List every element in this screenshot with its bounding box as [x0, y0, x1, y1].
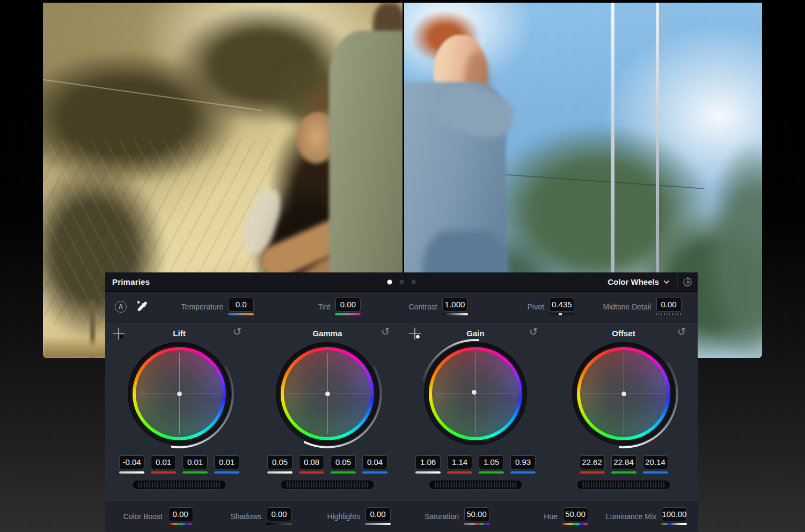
lift-master-scrub-wheel[interactable] [133, 481, 225, 489]
gain-blue-value[interactable]: 0.93 [510, 455, 536, 469]
temperature-label: Temperature [181, 302, 224, 311]
gain-master-scrub-wheel[interactable] [429, 481, 522, 489]
highlights-label: Highlights [327, 512, 360, 521]
highlights-value[interactable]: 0.00 [365, 507, 391, 521]
offset-blue-value[interactable]: 20.14 [643, 455, 668, 469]
red-underline [447, 471, 472, 474]
hue-value[interactable]: 50.00 [563, 507, 588, 521]
highlights-control: Highlights 0.00 [303, 507, 401, 525]
gain-section: Gain ↺ 1.06 1.1 [401, 322, 550, 500]
red-underline [580, 471, 605, 474]
shadows-bar [266, 523, 292, 525]
gamma-blue-value[interactable]: 0.04 [362, 455, 387, 469]
lift-color-disc[interactable] [136, 350, 223, 437]
white-balance-picker-button[interactable] [135, 300, 148, 313]
eyedropper-icon [135, 300, 148, 313]
lift-balance-dot[interactable] [177, 391, 182, 396]
auto-balance-button[interactable]: A [115, 301, 127, 313]
saturation-control: Saturation 50.00 [401, 507, 500, 525]
midtone-detail-value[interactable]: 0.00 [656, 298, 682, 312]
temperature-control: Temperature 0.0 [163, 298, 270, 315]
gamma-master-scrub-wheel[interactable] [281, 481, 374, 489]
pivot-control: Pivot 0.435 [484, 298, 591, 315]
gain-balance-dot[interactable] [472, 390, 477, 395]
gain-red-value[interactable]: 1.14 [447, 455, 472, 469]
offset-green-value[interactable]: 22.84 [611, 455, 636, 469]
gain-color-wheel[interactable] [425, 343, 526, 445]
lift-color-wheel[interactable] [128, 343, 230, 445]
offset-reset-icon[interactable]: ↺ [677, 326, 686, 338]
blue-underline [362, 471, 387, 474]
lift-red-value[interactable]: 0.01 [151, 455, 176, 469]
gamma-rgb-values: 0.05 0.08 0.05 0.04 [267, 455, 387, 474]
gain-color-disc[interactable] [432, 350, 519, 437]
gain-green-value[interactable]: 1.05 [479, 455, 504, 469]
offset-color-disc[interactable] [580, 350, 667, 437]
lift-rgb-values: -0.04 0.01 0.01 0.01 [119, 455, 239, 474]
green-underline [611, 471, 636, 474]
pivot-label: Pivot [528, 302, 544, 311]
contrast-value[interactable]: 1.000 [442, 298, 467, 312]
luminance-mix-value[interactable]: 100.00 [662, 507, 687, 521]
gamma-luma-value[interactable]: 0.05 [267, 455, 292, 469]
blue-underline [510, 471, 536, 474]
shadows-control: Shadows 0.00 [204, 507, 303, 525]
secondary-adjustments-row: Color Boost 0.00 Shadows 0.00 Highlights… [105, 500, 698, 531]
global-adjustments-row: A Temperature 0.0 Tint 0.00 Contrast [105, 292, 698, 322]
pager-dot-active[interactable] [387, 279, 392, 284]
gamma-color-disc[interactable] [284, 350, 371, 437]
red-underline [151, 471, 176, 474]
hue-label: Hue [544, 512, 558, 521]
chevron-down-icon [663, 280, 670, 284]
temperature-bar [228, 313, 254, 315]
gain-label: Gain [466, 329, 484, 338]
color-boost-value[interactable]: 0.00 [168, 507, 193, 521]
gamma-reset-icon[interactable]: ↺ [381, 326, 390, 338]
color-boost-label: Color Boost [123, 512, 163, 521]
reset-all-icon [683, 277, 693, 287]
tint-value[interactable]: 0.00 [335, 298, 361, 312]
pager-dot[interactable] [400, 280, 404, 284]
gamma-color-wheel[interactable] [276, 343, 378, 445]
red-underline [299, 471, 324, 474]
gamma-section: Gamma ↺ 0.05 0. [253, 322, 401, 500]
gamma-balance-dot[interactable] [325, 391, 330, 396]
gamma-label: Gamma [312, 329, 342, 338]
lift-blue-value[interactable]: 0.01 [214, 455, 239, 469]
lift-section: Lift ↺ -0.04 0. [105, 322, 253, 500]
primaries-panel: Primaries Color Wheels [105, 272, 698, 532]
pivot-bar [549, 313, 575, 315]
offset-color-wheel[interactable] [573, 343, 675, 445]
saturation-bar [464, 523, 489, 525]
lift-luma-value[interactable]: -0.04 [119, 455, 144, 469]
gamma-red-value[interactable]: 0.08 [299, 455, 324, 469]
shadows-label: Shadows [230, 512, 261, 521]
lift-reset-icon[interactable]: ↺ [233, 326, 241, 338]
gain-reset-icon[interactable]: ↺ [529, 326, 538, 338]
gain-luma-value[interactable]: 1.06 [415, 455, 441, 469]
temperature-value[interactable]: 0.0 [229, 298, 254, 312]
saturation-value[interactable]: 50.00 [464, 507, 489, 521]
offset-balance-dot[interactable] [621, 391, 626, 396]
pager-dot[interactable] [412, 280, 416, 284]
luma-underline [267, 471, 292, 474]
mode-dropdown[interactable]: Color Wheels [600, 277, 677, 286]
midtone-detail-label: Midtone Detail [603, 302, 652, 311]
lift-green-value[interactable]: 0.01 [182, 455, 208, 469]
offset-red-value[interactable]: 22.62 [580, 455, 605, 469]
offset-master-scrub-wheel[interactable] [577, 481, 670, 489]
offset-label: Offset [612, 329, 635, 338]
hue-bar [562, 523, 588, 525]
reset-all-button[interactable] [678, 272, 698, 291]
gamma-green-value[interactable]: 0.05 [331, 455, 356, 469]
panel-pager [387, 279, 416, 284]
contrast-control: Contrast 1.000 [377, 298, 484, 315]
pivot-value[interactable]: 0.435 [549, 298, 574, 312]
luma-underline [415, 471, 441, 474]
tint-label: Tint [318, 302, 331, 311]
contrast-bar [442, 313, 468, 315]
offset-section: Offset ↺ 22.62 [550, 322, 698, 500]
shadows-value[interactable]: 0.00 [267, 507, 292, 521]
grading-tools: A [112, 300, 163, 313]
blue-underline [643, 471, 668, 474]
